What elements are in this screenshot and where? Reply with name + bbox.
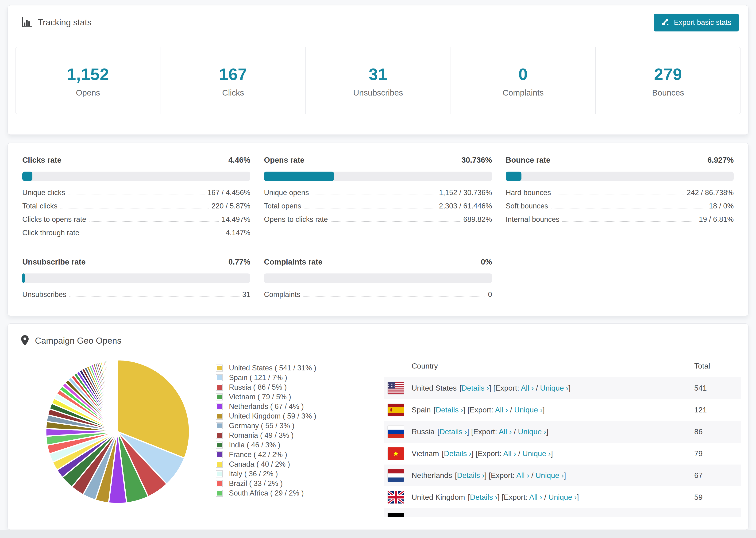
legend-item[interactable]: France ( 42 / 2% ) (216, 450, 316, 459)
rate-percent: 30.736% (461, 156, 492, 165)
campaign-geo-opens-card: Campaign Geo Opens United States ( 541 /… (8, 323, 748, 530)
dotted-leader (82, 235, 223, 235)
flag-ru-icon (388, 426, 404, 438)
details-link[interactable]: Details › (461, 384, 489, 392)
bracket-text: ] (546, 427, 549, 436)
legend-label: Canada ( 40 / 2% ) (229, 460, 290, 468)
export-unique-link[interactable]: Unique › (514, 405, 543, 414)
rates-card: Clicks rate 4.46% Unique clicks 167 / 4.… (8, 143, 748, 316)
stat-cell: 31 Unsubscribes (305, 47, 451, 114)
export-text: ] [Export: (489, 384, 521, 392)
stat-label: Bounces (596, 88, 740, 97)
rate-progress-track (264, 172, 492, 181)
rate-detail-value: 4.147% (226, 229, 250, 237)
legend-label: United States ( 541 / 31% ) (229, 364, 316, 372)
export-unique-link[interactable]: Unique › (540, 384, 568, 392)
export-unique-link[interactable]: Unique › (536, 471, 564, 480)
bracket-text: ] (551, 449, 553, 458)
bracket-text: [ (434, 405, 436, 414)
legend-item[interactable]: Spain ( 121 / 7% ) (216, 373, 316, 382)
legend-item[interactable]: South Africa ( 29 / 2% ) (216, 488, 316, 498)
legend-item[interactable]: Russia ( 86 / 5% ) (216, 382, 316, 392)
country-links: [Details ›] [Export: All › / Unique ›] (459, 384, 570, 393)
details-link[interactable]: Details › (470, 493, 498, 501)
stat-cell: 0 Complaints (451, 47, 596, 114)
rate-progress-track (506, 172, 734, 181)
rate-detail-value: 0 (488, 290, 492, 299)
legend-item[interactable]: Italy ( 36 / 2% ) (216, 469, 316, 479)
details-link[interactable]: Details › (436, 405, 463, 414)
geo-table-row-vn: Vietnam [Details ›] [Export: All › / Uni… (384, 443, 741, 464)
export-all-link[interactable]: All › (529, 493, 542, 501)
rate-detail-label: Unsubscribes (22, 290, 67, 299)
details-link[interactable]: Details › (444, 449, 471, 458)
country-name: Netherlands (411, 471, 452, 480)
geo-table-row-partial (384, 508, 741, 517)
legend-item[interactable]: Vietnam ( 79 / 5% ) (216, 392, 316, 402)
legend-label: Brazil ( 33 / 2% ) (229, 479, 283, 488)
legend-item[interactable]: Netherlands ( 67 / 4% ) (216, 402, 316, 411)
dotted-leader (554, 194, 684, 195)
legend-item[interactable]: United States ( 541 / 31% ) (216, 363, 316, 373)
export-text: ] [Export: (498, 493, 529, 501)
dotted-leader (303, 296, 485, 297)
rate-detail-label: Total opens (264, 202, 301, 210)
details-link[interactable]: Details › (457, 471, 484, 480)
export-icon (661, 17, 670, 28)
export-basic-stats-button[interactable]: Export basic stats (654, 14, 739, 31)
legend-swatch (216, 374, 223, 381)
export-all-link[interactable]: All › (495, 405, 508, 414)
export-all-link[interactable]: All › (521, 384, 534, 392)
rate-section-clicks-rate: Clicks rate 4.46% Unique clicks 167 / 4.… (22, 156, 250, 242)
legend-item[interactable]: India ( 46 / 3% ) (216, 440, 316, 450)
legend-item[interactable]: Germany ( 55 / 3% ) (216, 421, 316, 430)
flag-vn-icon (388, 447, 404, 460)
export-unique-link[interactable]: Unique › (518, 427, 546, 436)
legend-item[interactable]: Brazil ( 33 / 2% ) (216, 479, 316, 488)
rate-detail-value: 689.82% (463, 215, 492, 224)
pie-slice[interactable] (117, 360, 118, 432)
rate-section-complaints-rate: Complaints rate 0% Complaints 0 (264, 257, 492, 304)
rate-detail-row: Click through rate 4.147% (22, 229, 250, 242)
rate-detail-value: 31 (242, 290, 250, 299)
flag-de-icon (388, 513, 404, 517)
export-all-link[interactable]: All › (499, 427, 512, 436)
legend-swatch (216, 451, 223, 458)
rate-detail-row: Unique clicks 167 / 4.456% (22, 188, 250, 202)
legend-item[interactable]: United Kingdom ( 59 / 3% ) (216, 411, 316, 421)
rate-section-opens-rate: Opens rate 30.736% Unique opens 1,152 / … (264, 156, 492, 242)
stat-label: Complaints (451, 88, 596, 97)
rate-detail-value: 18 / 0% (709, 202, 734, 210)
country-total: 121 (687, 405, 707, 414)
export-unique-link[interactable]: Unique › (549, 493, 577, 501)
export-all-link[interactable]: All › (503, 449, 516, 458)
country-links: [Details ›] [Export: All › / Unique ›] (437, 427, 549, 436)
legend-swatch (216, 470, 223, 477)
tracking-stats-header: Tracking stats Export basic stats (8, 5, 748, 40)
flag-gb-icon (388, 491, 404, 504)
dotted-leader (551, 208, 706, 208)
rate-title: Bounce rate (506, 156, 551, 165)
stat-value: 167 (161, 65, 306, 84)
flag-es-icon (388, 404, 404, 416)
geo-opens-table: Country Total United States [Details ›] … (384, 355, 741, 517)
rate-detail-row: Opens to clicks rate 689.82% (264, 215, 492, 229)
rate-detail-label: Soft bounces (506, 202, 548, 210)
rate-detail-row: Total opens 2,303 / 61.446% (264, 202, 492, 215)
export-all-link[interactable]: All › (516, 471, 529, 480)
legend-item[interactable]: Canada ( 40 / 2% ) (216, 459, 316, 469)
bracket-text: ] (577, 493, 579, 501)
details-link[interactable]: Details › (440, 427, 467, 436)
export-unique-link[interactable]: Unique › (522, 449, 551, 458)
rate-title: Opens rate (264, 156, 304, 165)
legend-label: Russia ( 86 / 5% ) (229, 383, 287, 392)
legend-item[interactable]: Romania ( 49 / 3% ) (216, 430, 316, 440)
legend-swatch (216, 422, 223, 429)
legend-label: Vietnam ( 79 / 5% ) (229, 393, 291, 401)
legend-swatch (216, 490, 223, 497)
dotted-leader (60, 208, 209, 208)
rate-percent: 0.77% (229, 257, 250, 266)
rate-detail-value: 242 / 86.738% (687, 188, 734, 197)
legend-swatch (216, 480, 223, 487)
table-header-row: Country Total (384, 355, 741, 377)
